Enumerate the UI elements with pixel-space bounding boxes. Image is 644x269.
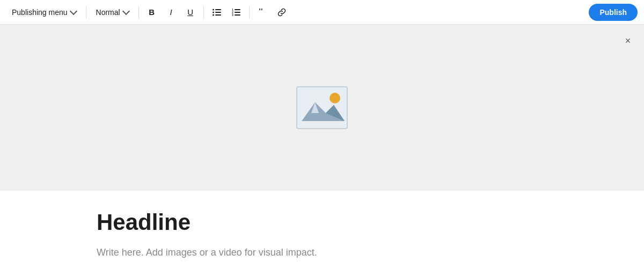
subtext: Write here. Add images or a video for vi… — [97, 245, 547, 260]
underline-label: U — [187, 8, 193, 17]
bold-label: B — [149, 8, 155, 17]
toolbar: Publishing menu Normal B I U 1 — [0, 0, 644, 25]
svg-rect-7 — [235, 12, 240, 13]
close-button[interactable]: × — [619, 32, 636, 49]
format-select-button[interactable]: Normal — [91, 5, 134, 20]
svg-text:": " — [258, 9, 264, 16]
svg-rect-13 — [297, 87, 347, 129]
toolbar-divider-4 — [249, 6, 250, 19]
toolbar-divider-1 — [86, 6, 86, 19]
unordered-list-button[interactable] — [208, 4, 225, 21]
publish-button[interactable]: Publish — [589, 4, 638, 21]
close-icon: × — [625, 35, 631, 47]
italic-button[interactable]: I — [163, 4, 180, 21]
toolbar-divider-2 — [138, 6, 139, 19]
format-select-chevron-icon — [122, 7, 130, 14]
svg-rect-1 — [215, 12, 221, 13]
format-select-label: Normal — [96, 8, 120, 17]
svg-rect-6 — [235, 9, 240, 10]
publishing-menu-button[interactable]: Publishing menu — [6, 5, 82, 20]
publishing-menu-chevron-icon — [69, 7, 77, 14]
hero-area: × — [0, 25, 644, 191]
svg-rect-8 — [235, 14, 240, 16]
svg-point-5 — [213, 14, 214, 16]
link-button[interactable] — [273, 4, 290, 21]
ordered-list-button[interactable]: 1 2 3 — [228, 4, 245, 21]
svg-point-3 — [213, 9, 214, 10]
blockquote-button[interactable]: " — [254, 4, 271, 21]
image-placeholder-icon — [296, 86, 348, 129]
blockquote-icon: " — [258, 9, 267, 16]
publishing-menu-label: Publishing menu — [12, 8, 68, 17]
content-area: Headline Write here. Add images or a vid… — [0, 191, 644, 269]
toolbar-divider-3 — [203, 6, 204, 19]
italic-label: I — [170, 8, 172, 17]
svg-rect-2 — [215, 14, 221, 16]
svg-point-4 — [213, 11, 214, 13]
unordered-list-icon — [213, 9, 221, 16]
ordered-list-icon: 1 2 3 — [232, 9, 240, 16]
svg-point-16 — [330, 93, 340, 103]
svg-text:3: 3 — [232, 13, 233, 16]
headline: Headline — [97, 210, 547, 235]
underline-button[interactable]: U — [182, 4, 199, 21]
link-icon — [277, 8, 286, 17]
bold-button[interactable]: B — [143, 4, 160, 21]
svg-rect-0 — [215, 9, 221, 10]
